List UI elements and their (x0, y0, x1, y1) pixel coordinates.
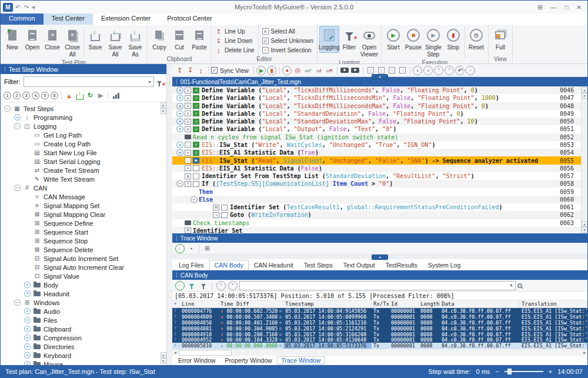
tree-item-get-log-path[interactable]: ▭Get Log Path (1, 131, 166, 139)
test-step-row[interactable]: →Goto (WriteInformation)0062 (172, 211, 581, 219)
tree-item-sequence-delete[interactable]: ⊠Sequence Delete (1, 245, 166, 254)
expander-plus-icon[interactable]: + (24, 334, 31, 341)
tree-item-create-text-stream[interactable]: ⇄Create Text Stream (1, 166, 166, 175)
scroll-right-icon[interactable]: ▸ (582, 350, 587, 355)
tree-item-signal-mapping-clear[interactable]: ⊠Signal Mapping Clear (1, 210, 166, 219)
tree-item-audio[interactable]: +Audio (1, 307, 166, 316)
copy-button[interactable]: Copy (149, 26, 169, 53)
can-body-header[interactable]: ┆ CAN Body (172, 270, 587, 280)
priority-2-button[interactable]: 2 (13, 92, 21, 99)
test-step-row[interactable]: +v✓Define Variable ("Local", "StandardDe… (172, 118, 581, 125)
filter-on-icon[interactable] (186, 280, 196, 290)
tree-item-sequence-define[interactable]: ⊞Sequence Define (1, 219, 166, 228)
search-icon[interactable] (517, 283, 522, 288)
editor-header[interactable]: ▲ ┆ 001-FunctionalTests\Can\Can_Jitter_T… (172, 77, 587, 86)
test-step-row[interactable]: −?If ([TestStep:55][CommunicationList] I… (172, 180, 581, 188)
check-icon[interactable]: ✓ (193, 88, 199, 93)
monitor-icon[interactable]: · (175, 243, 185, 253)
tree-item-signal-value[interactable]: ⊡Signal Value (1, 272, 166, 280)
nav-up-icon[interactable]: ˆ (434, 65, 444, 75)
expander-minus-icon[interactable]: − (191, 196, 198, 203)
expander-plus-icon[interactable]: + (14, 114, 21, 121)
scroll-bottom-icon[interactable]: ˇ (228, 280, 238, 290)
column-header-data[interactable]: Data (440, 300, 520, 307)
grid-icon[interactable]: ⊞ (202, 243, 212, 253)
sync-view-checkbox[interactable]: ✓ (211, 65, 218, 75)
warning-filter-button[interactable]: ▲ (65, 91, 74, 100)
column-header-length[interactable]: Length (419, 300, 440, 307)
editor-scrollbar[interactable]: ▲▼ ▲▼ (581, 86, 587, 233)
tree-item-windows[interactable]: −⊞Windows (1, 298, 166, 307)
trace-row[interactable]: T0000004809↑ 00:00:00.507.3408≡05.03.201… (172, 314, 587, 320)
trace-row[interactable]: T0000004918↑ 00:00:00.200.7168≡05.03.201… (172, 332, 587, 337)
expander-minus-icon[interactable]: − (14, 185, 21, 191)
expander-plus-icon[interactable]: + (24, 290, 31, 297)
full-button[interactable]: Full (490, 26, 510, 53)
open-viewer-button[interactable]: Open Viewer (359, 26, 379, 59)
qat-customize-button[interactable]: ▾ (32, 4, 35, 11)
line-up-button[interactable]: ↥Line Up (213, 27, 256, 36)
ribbon-tab-test-center[interactable]: Test Center (44, 14, 93, 25)
trace-tab-text-output[interactable]: Text Output (338, 260, 380, 270)
close-button[interactable]: ✕Close (42, 26, 62, 53)
tree-item-sequence-start[interactable]: ⊞Sequence Start (1, 228, 166, 236)
save-as-button[interactable]: ↓Save As (125, 26, 145, 59)
tree-item-compression[interactable]: +Compression (1, 333, 166, 342)
speed-slider[interactable] (505, 371, 543, 372)
record-ring-icon[interactable]: ◎ (293, 65, 303, 75)
expander-plus-icon[interactable]: + (176, 95, 183, 101)
slider-thumb[interactable] (507, 369, 512, 374)
expander-plus-icon[interactable]: + (24, 308, 31, 315)
test-step-row[interactable]: +‥✓EIS::ISw_Stat ("Write", WaitCycles, "… (172, 141, 581, 149)
chevron-down-icon[interactable]: ▼ (507, 283, 515, 287)
tree-item-can-message[interactable]: ≈CAN Message (1, 192, 166, 201)
cut-button[interactable]: Cut (169, 26, 189, 53)
trace-tab-can-headunit[interactable]: CAN Headunit (249, 260, 299, 270)
column-header-translation[interactable]: Translation (520, 300, 587, 307)
expander-plus-icon[interactable]: + (24, 317, 31, 323)
stop-icon[interactable]: ▮ (267, 65, 277, 75)
expander-plus-icon[interactable]: + (176, 111, 183, 117)
test-step-row[interactable]: Read n cycles from signal ISw_Stat (igni… (172, 133, 581, 141)
tree-item-files[interactable]: +Files (1, 316, 166, 325)
single-step-button[interactable]: ▶Single Step (423, 26, 443, 59)
scroll-down-icon[interactable]: ▼ (161, 358, 166, 364)
column-header-id[interactable]: Id (389, 300, 419, 307)
column-header-line[interactable]: Line (180, 300, 219, 307)
filter-off-icon[interactable] (198, 280, 208, 290)
save-button[interactable]: ↓Save (85, 26, 105, 53)
link-edit-icon[interactable]: ∞/ (314, 65, 324, 75)
tree-item-directories[interactable]: +Directories (1, 342, 166, 351)
filter-input[interactable] (24, 78, 146, 86)
expander-minus-icon[interactable]: − (4, 105, 11, 112)
priority-3-button[interactable]: 3 (22, 92, 30, 99)
open-button[interactable]: Open (22, 26, 42, 53)
scroll-up-icon[interactable]: ▲ (582, 87, 587, 93)
test-step-row[interactable]: HIdentifier Set (TestCaseResult1, global… (172, 203, 581, 211)
nav-down-icon[interactable]: ˇ (445, 65, 455, 75)
tree-item-signal-auto-increment-set[interactable]: ⊟Signal Auto Increment Set (1, 254, 166, 263)
checkbox-icon[interactable] (221, 205, 228, 210)
tree-item-create-log-path[interactable]: ▭Create Log Path (1, 139, 166, 148)
bottom-tab-property-window[interactable]: Property Window (220, 356, 277, 364)
stop-button[interactable]: ▮Stop (443, 26, 463, 53)
test-step-row[interactable]: +v✓Define Variable ("Local", "TicksDiffM… (172, 102, 581, 110)
tree-item-clipboard[interactable]: +Clipboard (1, 325, 166, 333)
tree-item-start-new-log-file[interactable]: ▤Start New Log File (1, 148, 166, 157)
trace-window-header[interactable]: ┆ Trace Window (172, 233, 587, 243)
test-step-row[interactable]: +≈✓EIS::EIS_A1 Statistic Data (True)0054 (172, 149, 581, 156)
test-step-row[interactable]: Check timestamps0063 (172, 219, 581, 227)
test-step-row[interactable]: +v✓Define Variable ("Local", "TicksDiffM… (172, 94, 581, 102)
priority-6-button[interactable]: 6 (51, 92, 58, 99)
trace-tab-test-steps[interactable]: Test Steps (299, 260, 338, 270)
statistics-button[interactable] (112, 91, 121, 100)
bottom-tab-error-window[interactable]: Error Window (173, 356, 220, 364)
expander-minus-icon[interactable]: − (176, 180, 183, 187)
speed-increase-button[interactable]: + (549, 368, 552, 375)
time-icon[interactable]: ◔ (186, 243, 196, 253)
trace-row[interactable]: T0000004776↑ 00:00:00.602.7520≡05.03.201… (172, 308, 587, 314)
checkbox-icon[interactable] (193, 173, 199, 179)
tree-item-programming[interactable]: +↕Programming (1, 113, 166, 122)
priority-5-button[interactable]: 5 (41, 92, 49, 99)
check-icon[interactable]: ✓ (193, 95, 199, 101)
